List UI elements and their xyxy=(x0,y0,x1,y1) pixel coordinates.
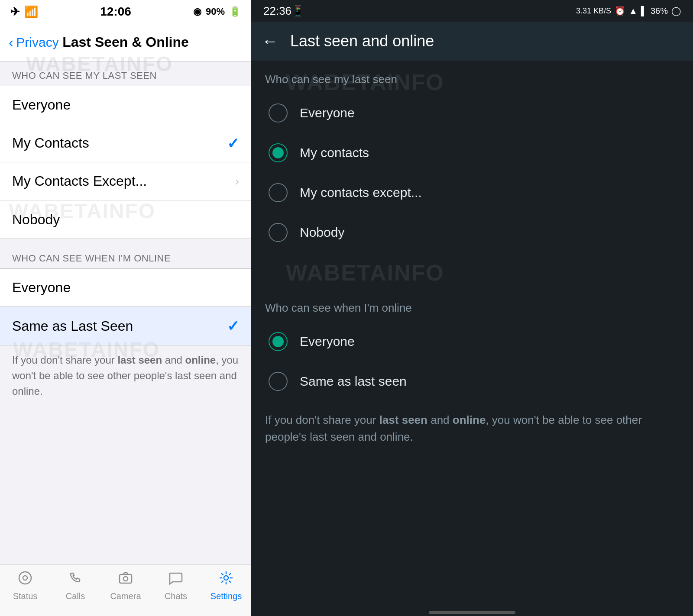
android-battery-pct: 36% xyxy=(651,6,668,16)
android-radio-nobody xyxy=(269,223,288,242)
ios-online-list: Everyone Same as Last Seen ✓ xyxy=(0,268,251,345)
android-time: 22:36 xyxy=(263,4,291,18)
android-alarm-icon: ⏰ xyxy=(615,6,625,16)
ios-nav-title: Last Seen & Online xyxy=(62,34,189,50)
ios-last-seen-section-header: WHO CAN SEE MY LAST SEEN xyxy=(0,61,251,86)
android-content: Who can see my last seen Everyone My con… xyxy=(251,61,693,611)
android-option-everyone-label: Everyone xyxy=(300,106,355,120)
android-radio-my-contacts xyxy=(269,143,288,162)
ios-tab-chats[interactable]: Chats xyxy=(151,571,201,601)
ios-panel: ✈ 📶 12:06 ◉ 90% 🔋 ‹ Privacy Last Seen & … xyxy=(0,0,251,616)
ios-option-my-contacts[interactable]: My Contacts ✓ xyxy=(0,124,251,162)
android-toolbar-title: Last seen and online xyxy=(290,32,434,50)
ios-tab-settings-label: Settings xyxy=(210,591,242,601)
android-data-speed: 3.31 KB/S xyxy=(576,6,611,16)
battery-text: 90% xyxy=(206,6,225,17)
ios-back-button[interactable]: ‹ Privacy xyxy=(0,34,68,51)
android-status-right: 3.31 KB/S ⏰ ▲ ▌ 36% ◯ xyxy=(576,6,681,16)
wifi-icon: ✈ xyxy=(10,5,20,19)
android-radio-inner-online-everyone xyxy=(272,336,284,347)
ios-tab-status-label: Status xyxy=(13,591,38,601)
android-back-button[interactable]: ← xyxy=(262,32,278,51)
ios-online-option-everyone-label: Everyone xyxy=(12,280,71,296)
wifi-signal-icon: 📶 xyxy=(24,5,38,19)
ios-checkmark-same: ✓ xyxy=(227,317,239,335)
ios-tab-calls-label: Calls xyxy=(66,591,85,601)
ios-option-nobody[interactable]: Nobody xyxy=(0,200,251,239)
svg-point-3 xyxy=(123,577,128,581)
svg-rect-2 xyxy=(120,574,132,583)
ios-online-option-same-label: Same as Last Seen xyxy=(12,318,133,334)
android-home-indicator xyxy=(429,611,515,614)
ios-option-everyone-label: Everyone xyxy=(12,97,71,113)
android-last-seen-radio-group: Everyone My contacts My contacts except.… xyxy=(251,93,693,252)
ios-option-everyone[interactable]: Everyone xyxy=(0,86,251,124)
android-status-bar: 22:36 📱 3.31 KB/S ⏰ ▲ ▌ 36% ◯ xyxy=(251,0,693,22)
android-toolbar: ← Last seen and online xyxy=(251,22,693,61)
ios-tab-status[interactable]: Status xyxy=(0,571,50,601)
ios-nav-bar: ‹ Privacy Last Seen & Online xyxy=(0,23,251,61)
android-footer-note: If you don't share your last seen and on… xyxy=(251,401,693,459)
android-option-my-contacts[interactable]: My contacts xyxy=(265,133,679,173)
android-phone-icon: 📱 xyxy=(291,5,304,17)
headphone-icon: ◉ xyxy=(193,6,201,17)
android-signal-icon: ▌ xyxy=(641,6,647,16)
ios-status-left: ✈ 📶 xyxy=(10,5,38,19)
ios-tab-calls[interactable]: Calls xyxy=(50,571,100,601)
android-option-my-contacts-except[interactable]: My contacts except... xyxy=(265,173,679,213)
android-section-divider xyxy=(251,256,693,256)
ios-online-section-header: WHO CAN SEE WHEN I'M ONLINE xyxy=(0,244,251,268)
chats-icon xyxy=(168,571,183,589)
android-option-my-contacts-except-label: My contacts except... xyxy=(300,185,422,200)
android-watermark-mid: WABETAINFO xyxy=(286,260,693,286)
chevron-right-icon: › xyxy=(235,174,239,188)
android-online-option-same-label: Same as last seen xyxy=(300,374,407,389)
android-battery-icon: ◯ xyxy=(671,6,681,16)
chevron-left-icon: ‹ xyxy=(9,34,13,51)
ios-option-nobody-label: Nobody xyxy=(12,212,60,228)
calls-icon xyxy=(68,571,83,589)
ios-last-seen-list: Everyone My Contacts ✓ My Contacts Excep… xyxy=(0,86,251,239)
android-option-nobody[interactable]: Nobody xyxy=(265,213,679,252)
android-online-option-same[interactable]: Same as last seen xyxy=(265,361,679,401)
android-online-option-everyone[interactable]: Everyone xyxy=(265,322,679,361)
android-bottom-bar xyxy=(251,611,693,616)
status-icon xyxy=(18,571,32,589)
android-online-label: Who can see when I'm online xyxy=(251,289,693,322)
ios-checkmark-my-contacts: ✓ xyxy=(227,135,239,152)
ios-online-option-same[interactable]: Same as Last Seen ✓ xyxy=(0,307,251,345)
ios-back-label[interactable]: Privacy xyxy=(16,35,58,50)
android-online-option-everyone-label: Everyone xyxy=(300,334,355,349)
battery-icon: 🔋 xyxy=(229,6,241,17)
ios-option-my-contacts-except[interactable]: My Contacts Except... › xyxy=(0,162,251,200)
android-online-radio-group: Everyone Same as last seen xyxy=(251,322,693,401)
android-panel: 22:36 📱 3.31 KB/S ⏰ ▲ ▌ 36% ◯ ← Last see… xyxy=(251,0,693,616)
svg-point-0 xyxy=(19,572,31,584)
android-radio-same xyxy=(269,372,288,391)
ios-option-my-contacts-except-label: My Contacts Except... xyxy=(12,173,147,189)
ios-tab-camera-label: Camera xyxy=(110,591,141,601)
android-radio-inner-my-contacts xyxy=(272,147,284,158)
ios-footer-note: If you don't share your last seen and on… xyxy=(0,345,251,406)
ios-option-my-contacts-label: My Contacts xyxy=(12,135,89,151)
ios-tab-settings[interactable]: Settings xyxy=(201,571,251,601)
android-last-seen-label: Who can see my last seen xyxy=(251,61,693,93)
ios-tab-bar: Status Calls Camera xyxy=(0,564,251,616)
android-radio-everyone xyxy=(269,103,288,123)
android-radio-online-everyone xyxy=(269,332,288,351)
ios-online-option-everyone[interactable]: Everyone xyxy=(0,269,251,307)
ios-status-right: ◉ 90% 🔋 xyxy=(193,6,241,17)
ios-tab-chats-label: Chats xyxy=(165,591,187,601)
ios-tab-camera[interactable]: Camera xyxy=(100,571,151,601)
android-option-nobody-label: Nobody xyxy=(300,225,344,240)
svg-point-4 xyxy=(224,576,228,580)
android-radio-my-contacts-except xyxy=(269,183,288,202)
android-option-my-contacts-label: My contacts xyxy=(300,145,369,160)
ios-time: 12:06 xyxy=(100,5,131,19)
camera-icon xyxy=(118,571,133,589)
settings-icon xyxy=(219,571,233,589)
android-option-everyone[interactable]: Everyone xyxy=(265,93,679,133)
ios-status-bar: ✈ 📶 12:06 ◉ 90% 🔋 xyxy=(0,0,251,23)
android-wifi-icon: ▲ xyxy=(629,6,638,16)
svg-point-1 xyxy=(23,576,27,580)
